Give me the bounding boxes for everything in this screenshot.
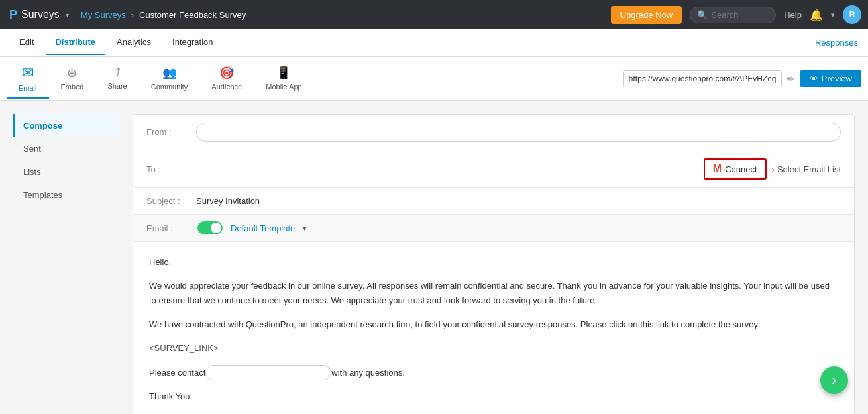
gmail-connect-label: Connect	[725, 164, 757, 174]
gmail-m-icon: M	[713, 163, 722, 175]
contact-pre-text: Please contact	[149, 366, 205, 380]
from-label: From :	[146, 127, 190, 137]
toolbar-audience-label: Audience	[211, 83, 242, 91]
sidebar-item-sent[interactable]: Sent	[13, 137, 119, 160]
select-email-list-button[interactable]: › Select Email List	[772, 164, 841, 174]
tab-edit[interactable]: Edit	[10, 30, 43, 55]
surveys-label: Surveys	[21, 9, 60, 21]
community-icon: 👥	[162, 66, 177, 80]
logo-icon: P	[9, 8, 17, 22]
email-icon: ✉	[22, 64, 34, 81]
email-toggle[interactable]	[197, 221, 223, 234]
toolbar-mobile-app-label: Mobile App	[266, 83, 301, 91]
contact-input[interactable]	[205, 365, 331, 380]
search-icon: 🔍	[697, 10, 708, 20]
audience-icon: 🎯	[219, 66, 234, 80]
email-body: Hello, We would appreciate your feedback…	[133, 242, 854, 414]
toolbar-embed[interactable]: ⊕ Embed	[49, 60, 96, 97]
upgrade-now-button[interactable]: Upgrade Now	[611, 6, 682, 24]
search-box[interactable]: 🔍	[690, 7, 776, 23]
toolbar-share[interactable]: ⤴ Share	[95, 60, 138, 97]
preview-button-label: Preview	[822, 74, 852, 83]
toolbar-mobile-app[interactable]: 📱 Mobile App	[254, 60, 313, 97]
template-dropdown-icon[interactable]: ▾	[303, 224, 307, 233]
responses-link[interactable]: Responses	[815, 38, 858, 48]
toolbar-community-label: Community	[151, 83, 188, 91]
email-label: Email :	[146, 223, 190, 233]
icon-toolbar: ✉ Email ⊕ Embed ⤴ Share 👥 Community 🎯 Au…	[0, 57, 868, 101]
to-label: To :	[146, 164, 190, 174]
from-input[interactable]	[196, 123, 841, 142]
tab-analytics[interactable]: Analytics	[107, 30, 160, 55]
surveys-dropdown-arrow[interactable]: ▾	[66, 11, 69, 19]
email-para2: We have contracted with QuestionPro, an …	[149, 317, 838, 332]
sidebar: Compose Sent Lists Templates	[13, 114, 119, 414]
toolbar-embed-label: Embed	[61, 83, 84, 91]
compose-area: From : To : M Connect › Select Email Lis…	[133, 114, 855, 414]
fab-button[interactable]: ›	[820, 366, 848, 394]
subject-row: Subject : Survey Invitation	[133, 188, 854, 215]
email-para1: We would appreciate your feedback in our…	[149, 279, 838, 308]
share-icon: ⤴	[115, 66, 121, 79]
sidebar-item-templates[interactable]: Templates	[13, 183, 119, 207]
sidebar-item-compose[interactable]: Compose	[13, 114, 119, 137]
gmail-connect-button[interactable]: M Connect	[704, 158, 767, 180]
from-row: From :	[133, 115, 854, 150]
thank-you-text: Thank You	[149, 389, 838, 404]
select-email-chevron-icon: ›	[772, 164, 775, 174]
edit-url-icon[interactable]: ✏	[787, 74, 795, 84]
tab-distribute[interactable]: Distribute	[46, 30, 105, 55]
email-greeting: Hello,	[149, 255, 838, 270]
notifications-bell-icon[interactable]: 🔔	[810, 9, 823, 21]
toolbar-email[interactable]: ✉ Email	[7, 59, 49, 99]
preview-button[interactable]: 👁 Preview	[800, 70, 861, 87]
survey-url-input[interactable]	[623, 70, 782, 87]
to-row: To : M Connect › Select Email List	[133, 150, 854, 188]
mobile-app-icon: 📱	[276, 66, 291, 80]
logo-area[interactable]: P Surveys ▾	[7, 0, 74, 29]
second-navigation: Edit Distribute Analytics Integration Re…	[0, 29, 868, 57]
template-name[interactable]: Default Template	[231, 223, 295, 233]
breadcrumb-current-survey: Customer Feedback Survey	[139, 10, 246, 20]
fab-chevron-icon: ›	[832, 372, 836, 389]
top-navigation: P Surveys ▾ My Surveys › Customer Feedba…	[0, 0, 868, 29]
breadcrumb-separator: ›	[131, 10, 134, 20]
subject-value: Survey Invitation	[196, 196, 260, 206]
tab-integration[interactable]: Integration	[163, 30, 222, 55]
preview-eye-icon: 👁	[810, 74, 818, 83]
subject-label: Subject :	[146, 196, 190, 206]
toolbar-email-label: Email	[19, 84, 37, 92]
to-row-actions: M Connect › Select Email List	[704, 158, 841, 180]
user-avatar[interactable]: R	[843, 5, 861, 24]
toolbar-community[interactable]: 👥 Community	[139, 60, 200, 97]
contact-row: Please contact with any questions.	[149, 365, 838, 380]
embed-icon: ⊕	[67, 66, 77, 80]
contact-post-text: with any questions.	[331, 366, 405, 380]
toolbar-right: ✏ 👁 Preview	[623, 70, 861, 87]
dropdown-arrow-icon[interactable]: ▾	[831, 11, 835, 19]
email-template-row: Email : Default Template ▾	[133, 215, 854, 242]
top-nav-right: Upgrade Now 🔍 Help 🔔 ▾ R	[611, 5, 861, 24]
to-input[interactable]	[196, 164, 697, 174]
breadcrumb: My Surveys › Customer Feedback Survey	[81, 10, 611, 20]
toolbar-share-label: Share	[107, 82, 127, 90]
help-link[interactable]: Help	[784, 10, 802, 20]
breadcrumb-my-surveys[interactable]: My Surveys	[81, 10, 126, 20]
toolbar-audience[interactable]: 🎯 Audience	[199, 60, 254, 97]
main-content: Compose Sent Lists Templates From : To :…	[0, 101, 868, 414]
survey-link: <SURVEY_LINK>	[149, 341, 838, 356]
sidebar-item-lists[interactable]: Lists	[13, 160, 119, 183]
select-email-list-label: Select Email List	[777, 164, 841, 174]
search-input[interactable]	[711, 10, 771, 20]
